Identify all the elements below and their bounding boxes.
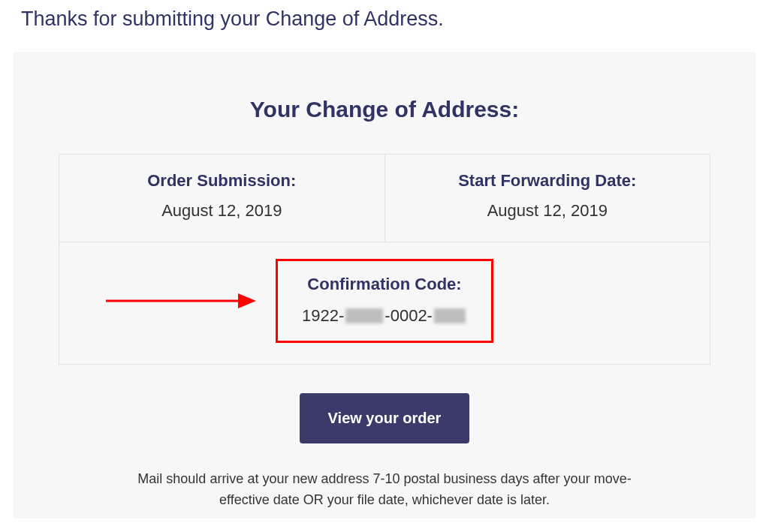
redacted-segment [345,308,383,323]
order-submission-label: Order Submission: [67,171,377,191]
order-submission-cell: Order Submission: August 12, 2019 [59,155,385,242]
confirmation-part2: -0002- [384,306,433,326]
confirmation-highlight-box: Confirmation Code: 1922- -0002- [276,259,493,343]
cta-container: View your order [59,393,710,443]
confirmation-value: 1922- -0002- [300,306,469,326]
order-submission-value: August 12, 2019 [67,201,377,221]
panel-title: Your Change of Address: [59,97,710,122]
confirmation-label: Confirmation Code: [300,275,469,294]
confirmation-cell: Confirmation Code: 1922- -0002- [59,242,710,365]
page-heading: Thanks for submitting your Change of Add… [0,0,769,52]
arrow-icon [106,291,256,311]
info-table: Order Submission: August 12, 2019 Start … [59,154,710,365]
redacted-segment [434,308,466,323]
view-order-button[interactable]: View your order [300,393,470,443]
confirmation-panel: Your Change of Address: Order Submission… [14,52,755,518]
svg-marker-1 [238,293,256,308]
footnote-text: Mail should arrive at your new address 7… [122,469,647,518]
start-forwarding-cell: Start Forwarding Date: August 12, 2019 [384,155,710,242]
start-forwarding-label: Start Forwarding Date: [393,171,703,191]
start-forwarding-value: August 12, 2019 [393,201,703,221]
confirmation-part1: 1922- [302,306,344,326]
